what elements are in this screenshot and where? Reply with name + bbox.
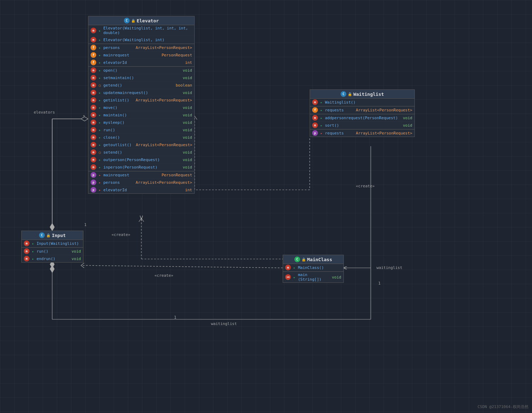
elevator-method-run: m ▸ run() void	[88, 126, 194, 134]
w-priv-requests: requests	[325, 131, 344, 136]
waitinglist-class-box: C 🔒 Waitinglist m ▸ Waitinglist() f ▸ re…	[310, 89, 415, 137]
waitinglist-method-add: m ▸ addpersonrequest(PersonRequest) void	[310, 114, 414, 122]
vis-sm: ▸	[98, 76, 102, 80]
field-elevatorid-name: elevatorId	[103, 60, 127, 65]
vis-ip: ▸	[98, 165, 102, 169]
vis-f3: ▸	[98, 60, 102, 65]
input-ctor: m ▸ Input(Waitinglist)	[22, 240, 83, 247]
label-waitinglist-right: waitinglist	[376, 265, 402, 270]
svg-marker-5	[50, 265, 54, 272]
badge-m-op: m	[91, 157, 96, 163]
i-ctor: Input(Waitinglist)	[37, 241, 79, 246]
svg-marker-9	[50, 224, 54, 231]
method-mysleep-ret: void	[180, 120, 192, 125]
waitinglist-class-icon: C	[341, 91, 346, 97]
label-1-diamond: 1	[84, 222, 87, 227]
vis-f2: ▸	[98, 53, 102, 57]
elevator-method-getend: m ○ getend() boolean	[88, 82, 194, 89]
vis-irun: ▸	[31, 249, 35, 253]
badge-wp-1: p	[312, 130, 318, 136]
method-getoutlist: getoutlist()	[103, 143, 131, 147]
method-getinlist-ret: ArrayList<PersonRequest>	[133, 98, 192, 103]
elevator-field-elevatorid: f ▸ elevatorId int	[88, 59, 194, 66]
badge-m-run: m	[91, 127, 96, 133]
mainclass-header: C 🔒 MainClass	[283, 255, 343, 264]
elevator-method-updatemain: m ▸ updatemainrequest() void	[88, 89, 194, 97]
elevator-field-persons: f ▸ persons ArrayList<PersonRequest>	[88, 44, 194, 51]
label-elevators: elevators	[34, 110, 55, 115]
method-getend: getend()	[103, 83, 122, 88]
method-outperson-ret: void	[180, 158, 192, 162]
badge-p-2: p	[91, 180, 96, 185]
field-persons-name: persons	[103, 45, 120, 50]
method-inperson: inperson(PersonRequest)	[103, 165, 157, 170]
elevator-method-open: m ▸ open() void	[88, 66, 194, 74]
input-class-icon: C	[39, 232, 45, 238]
label-create-1: «create»	[112, 232, 130, 237]
vis-p2: ▸	[98, 180, 102, 185]
vis-run: ▸	[98, 128, 102, 132]
elevator-method-mysleep: m ▸ mysleep() void	[88, 119, 194, 126]
elevator-header: C 🔒 Elevator	[88, 16, 194, 25]
i-method-run-ret: void	[69, 249, 81, 254]
i-method-endrun: endrun()	[37, 257, 55, 261]
vis-ier: ▸	[31, 257, 35, 261]
method-updatemain: updatemainrequest()	[103, 90, 148, 95]
waitinglist-method-sort: m ▸ sort() void	[310, 122, 414, 129]
mc-method-main: main (String[])	[298, 272, 328, 282]
waitinglist-lock-icon: 🔒	[348, 92, 352, 96]
vis-open: ▸	[98, 68, 102, 72]
elevator-method-close: m ▸ close() void	[88, 134, 194, 141]
badge-f-3: f	[91, 60, 96, 65]
mainclass-ctor: m ▸ MainClass()	[283, 264, 343, 271]
input-header: C 🔒 Input	[22, 231, 83, 240]
vis-gi: ▸	[98, 98, 102, 102]
badge-p-1: p	[91, 172, 96, 178]
method-move: move()	[103, 105, 118, 110]
vis-1: ▸	[98, 28, 102, 33]
badge-m-open: m	[91, 67, 96, 73]
badge-im-run: m	[24, 248, 29, 254]
elevator-method-setmaintain: m ▸ setmaintain() void	[88, 74, 194, 82]
label-1-right: 1	[378, 281, 381, 286]
badge-m-um: m	[91, 90, 96, 95]
ctor1-name: Elevator(Waitinglist, int, int, int, dou…	[103, 26, 192, 35]
badge-m-2: m	[91, 37, 96, 43]
input-method-endrun: m ▸ endrun() void	[22, 255, 83, 262]
label-waitinglist-bottom: waitinglist	[211, 321, 237, 326]
mc-method-main-ret: void	[329, 275, 342, 280]
mainclass-method-main: sm ▸ main (String[]) void	[283, 271, 343, 282]
elevator-lock-icon: 🔒	[131, 19, 135, 23]
badge-m-se: m	[91, 149, 96, 155]
method-updatemain-ret: void	[180, 90, 192, 95]
watermark: CSDN @21371064-权尚浩然	[478, 404, 528, 409]
input-method-run: m ▸ run() void	[22, 247, 83, 255]
badge-sm-main: sm	[285, 274, 291, 280]
badge-m-1: m	[91, 28, 96, 33]
field-mainrequest-type: PersonRequest	[159, 53, 192, 57]
i-method-endrun-ret: void	[69, 257, 81, 261]
vis-se: ○	[98, 150, 102, 154]
vis-wp1: ▸	[319, 131, 324, 135]
method-open-ret: void	[180, 68, 192, 73]
vis-p1: ▸	[98, 173, 102, 177]
vis-ge: ○	[98, 83, 102, 87]
input-class-box: C 🔒 Input m ▸ Input(Waitinglist) m ▸ run…	[21, 231, 83, 263]
elevator-method-move: m ▸ move() void	[88, 104, 194, 111]
elevator-constructor-1: m ▸ Elevator(Waitinglist, int, int, int,…	[88, 25, 194, 36]
method-close: close()	[103, 135, 120, 140]
method-setend-ret: void	[180, 150, 192, 155]
elevator-priv-persons: p ▸ persons ArrayList<PersonRequest>	[88, 179, 194, 186]
method-maintain: maintain()	[103, 113, 127, 117]
mainclass-lock-icon: 🔒	[302, 258, 306, 261]
priv-elevatorid-type: int	[182, 188, 192, 192]
elevator-method-getinlist: m ▸ getinlist() ArrayList<PersonRequest>	[88, 97, 194, 104]
mainclass-title: MainClass	[307, 257, 332, 262]
elevator-class-icon: C	[124, 18, 130, 23]
badge-wm-add: m	[312, 115, 318, 121]
priv-mainrequest: mainrequest	[103, 173, 129, 177]
waitinglist-priv-requests: p ▸ requests ArrayList<PersonRequest>	[310, 129, 414, 137]
method-move-ret: void	[180, 105, 192, 110]
label-star: *	[83, 114, 85, 119]
w-method-sort-ret: void	[400, 123, 413, 128]
